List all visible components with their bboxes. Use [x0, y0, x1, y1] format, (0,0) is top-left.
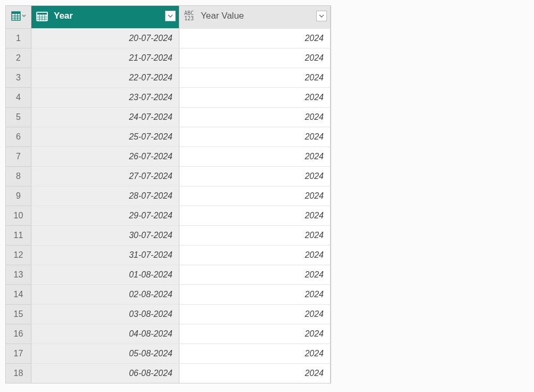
row-number[interactable]: 14 [6, 284, 31, 304]
cell-year[interactable]: 02-08-2024 [31, 284, 179, 304]
cell-year-value[interactable]: 2024 [179, 87, 331, 107]
row-number[interactable]: 17 [6, 344, 31, 363]
cell-year[interactable]: 22-07-2024 [31, 68, 179, 87]
row-number[interactable]: 2 [6, 48, 31, 68]
cell-year[interactable]: 30-07-2024 [31, 225, 179, 245]
table-icon [11, 11, 21, 21]
cell-year-value[interactable]: 2024 [179, 206, 331, 225]
cell-year-value[interactable]: 2024 [179, 324, 331, 344]
column-label: Year [54, 11, 165, 21]
row-number[interactable]: 4 [6, 87, 31, 107]
table-row[interactable]: 1705-08-20242024 [6, 344, 331, 363]
row-number[interactable]: 8 [6, 166, 31, 186]
table-row[interactable]: 322-07-20242024 [6, 68, 331, 87]
table-row[interactable]: 928-07-20242024 [6, 186, 331, 206]
any-type-icon: ABC123 [182, 9, 196, 23]
table-row[interactable]: 524-07-20242024 [6, 107, 331, 127]
row-number[interactable]: 15 [6, 304, 31, 324]
table-row[interactable]: 1029-07-20242024 [6, 206, 331, 225]
table-row[interactable]: 423-07-20242024 [6, 87, 331, 107]
cell-year[interactable]: 28-07-2024 [31, 186, 179, 206]
cell-year-value[interactable]: 2024 [179, 146, 331, 166]
cell-year-value[interactable]: 2024 [179, 186, 331, 206]
row-number[interactable]: 10 [6, 206, 31, 225]
column-filter-button-year[interactable] [165, 11, 176, 21]
cell-year[interactable]: 06-08-2024 [31, 363, 179, 383]
table-options-button [11, 11, 26, 21]
table-row[interactable]: 625-07-20242024 [6, 127, 331, 146]
cell-year[interactable]: 23-07-2024 [31, 87, 179, 107]
cell-year[interactable]: 31-07-2024 [31, 245, 179, 265]
table-row[interactable]: 1130-07-20242024 [6, 225, 331, 245]
cell-year[interactable]: 01-08-2024 [31, 265, 179, 284]
svg-rect-1 [12, 12, 20, 14]
cell-year-value[interactable]: 2024 [179, 127, 331, 146]
column-header-year-value[interactable]: ABC123 Year Value [179, 6, 331, 26]
cell-year[interactable]: 20-07-2024 [31, 28, 179, 48]
column-header-year[interactable]: Year [31, 6, 179, 26]
cell-year-value[interactable]: 2024 [179, 28, 331, 48]
row-number[interactable]: 11 [6, 225, 31, 245]
row-number[interactable]: 3 [6, 68, 31, 87]
row-number[interactable]: 18 [6, 363, 31, 383]
row-number[interactable]: 1 [6, 28, 31, 48]
date-type-icon [35, 9, 50, 23]
table-row[interactable]: 726-07-20242024 [6, 146, 331, 166]
cell-year[interactable]: 05-08-2024 [31, 344, 179, 363]
table-row[interactable]: 827-07-20242024 [6, 166, 331, 186]
cell-year-value[interactable]: 2024 [179, 225, 331, 245]
row-number[interactable]: 7 [6, 146, 31, 166]
table-row[interactable]: 1806-08-20242024 [6, 363, 331, 383]
data-preview-grid: Year ABC123 Year Value [5, 5, 331, 383]
row-number[interactable]: 6 [6, 127, 31, 146]
cell-year[interactable]: 26-07-2024 [31, 146, 179, 166]
cell-year[interactable]: 25-07-2024 [31, 127, 179, 146]
row-number[interactable]: 9 [6, 186, 31, 206]
table-row[interactable]: 1301-08-20242024 [6, 265, 331, 284]
row-number[interactable]: 16 [6, 324, 31, 344]
table-row[interactable]: 1503-08-20242024 [6, 304, 331, 324]
cell-year-value[interactable]: 2024 [179, 68, 331, 87]
cell-year-value[interactable]: 2024 [179, 304, 331, 324]
table-row[interactable]: 1604-08-20242024 [6, 324, 331, 344]
column-filter-button-year-value[interactable] [316, 11, 327, 21]
row-number[interactable]: 13 [6, 265, 31, 284]
cell-year[interactable]: 03-08-2024 [31, 304, 179, 324]
chevron-down-icon [22, 14, 26, 18]
cell-year[interactable]: 04-08-2024 [31, 324, 179, 344]
row-number[interactable]: 12 [6, 245, 31, 265]
cell-year-value[interactable]: 2024 [179, 107, 331, 127]
cell-year-value[interactable]: 2024 [179, 48, 331, 68]
column-header-row: Year ABC123 Year Value [6, 5, 331, 26]
column-label: Year Value [201, 11, 316, 21]
cell-year[interactable]: 29-07-2024 [31, 206, 179, 225]
cell-year[interactable]: 24-07-2024 [31, 107, 179, 127]
cell-year-value[interactable]: 2024 [179, 245, 331, 265]
cell-year-value[interactable]: 2024 [179, 265, 331, 284]
table-row[interactable]: 120-07-20242024 [6, 28, 331, 48]
svg-rect-7 [37, 12, 47, 15]
cell-year[interactable]: 27-07-2024 [31, 166, 179, 186]
table-row[interactable]: 1231-07-20242024 [6, 245, 331, 265]
chevron-down-icon [319, 13, 324, 19]
table-row[interactable]: 221-07-20242024 [6, 48, 331, 68]
chevron-down-icon [168, 13, 173, 19]
table-options-cell[interactable] [6, 6, 31, 26]
cell-year-value[interactable]: 2024 [179, 363, 331, 383]
cell-year-value[interactable]: 2024 [179, 284, 331, 304]
cell-year-value[interactable]: 2024 [179, 344, 331, 363]
cell-year[interactable]: 21-07-2024 [31, 48, 179, 68]
table-row[interactable]: 1402-08-20242024 [6, 284, 331, 304]
row-number[interactable]: 5 [6, 107, 31, 127]
cell-year-value[interactable]: 2024 [179, 166, 331, 186]
data-rows: 120-07-20242024221-07-20242024322-07-202… [6, 28, 331, 383]
